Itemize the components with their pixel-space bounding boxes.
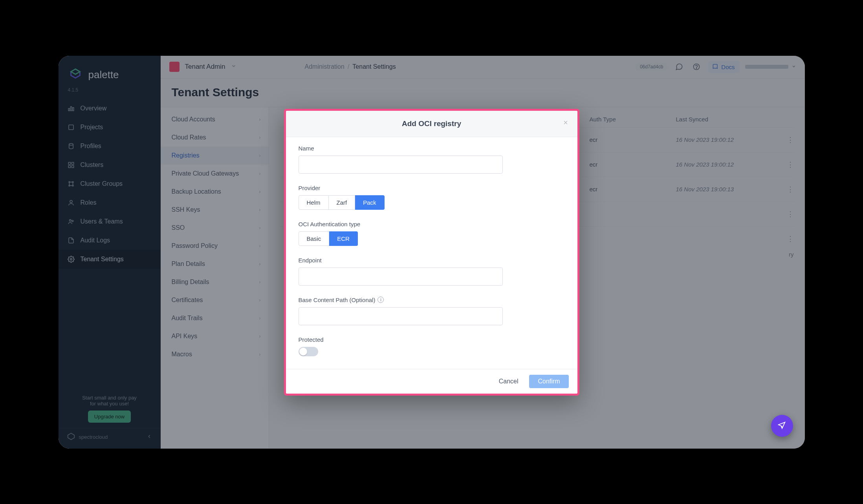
modal-overlay: Add OCI registry Name Provider Helm xyxy=(59,56,805,449)
name-label: Name xyxy=(299,145,565,152)
provider-option-helm[interactable]: Helm xyxy=(299,195,329,210)
basepath-input[interactable] xyxy=(299,307,503,325)
confirm-button[interactable]: Confirm xyxy=(529,375,568,388)
add-oci-registry-modal: Add OCI registry Name Provider Helm xyxy=(286,111,577,394)
auth-label: OCI Authentication type xyxy=(299,221,565,227)
protected-label: Protected xyxy=(299,336,565,343)
close-icon[interactable] xyxy=(561,118,570,127)
modal-highlight-border: Add OCI registry Name Provider Helm xyxy=(284,109,579,396)
help-fab[interactable] xyxy=(771,415,793,437)
app-frame: palette 4.1.5 Overview Projects Profiles xyxy=(59,56,805,449)
info-icon[interactable]: i xyxy=(377,297,384,303)
provider-option-zarf[interactable]: Zarf xyxy=(329,195,355,210)
modal-footer: Cancel Confirm xyxy=(286,369,577,394)
provider-option-pack[interactable]: Pack xyxy=(355,195,384,210)
endpoint-input[interactable] xyxy=(299,268,503,286)
provider-label: Provider xyxy=(299,185,565,191)
auth-segmented: Basic ECR xyxy=(299,231,565,246)
protected-toggle[interactable] xyxy=(299,347,318,356)
basepath-label: Base Content Path (Optional) i xyxy=(299,297,565,303)
name-input[interactable] xyxy=(299,156,503,174)
endpoint-label: Endpoint xyxy=(299,257,565,264)
cancel-button[interactable]: Cancel xyxy=(493,375,524,388)
toggle-knob xyxy=(299,348,307,356)
auth-option-basic[interactable]: Basic xyxy=(299,231,330,246)
basepath-label-text: Base Content Path (Optional) xyxy=(299,297,376,303)
modal-body: Name Provider Helm Zarf Pack OCI Authent… xyxy=(286,137,577,369)
modal-header: Add OCI registry xyxy=(286,111,577,137)
provider-segmented: Helm Zarf Pack xyxy=(299,195,565,210)
modal-title: Add OCI registry xyxy=(295,119,568,128)
auth-option-ecr[interactable]: ECR xyxy=(329,231,358,246)
